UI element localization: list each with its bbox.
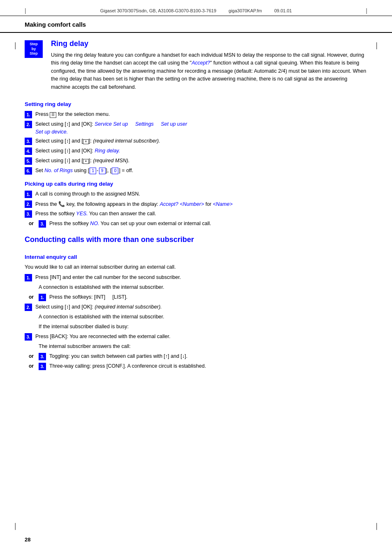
pickup-step-2: 2. Press the 📞 key, the following appear… (25, 200, 367, 208)
num-1-box: 1 (90, 168, 96, 174)
header: | Gigaset 3070/3075isdn, GB, A31008-G307… (0, 0, 392, 16)
internal-or-text-3a: Toggling: you can switch between call pa… (49, 352, 367, 360)
internal-enquiry-heading: Internal enquiry call (25, 254, 367, 260)
internal-step-text-2: Select using [↕] and [OK]: (required int… (35, 303, 367, 311)
file-info: Gigaset 3070/3075isdn, GB, A31008-G3070-… (100, 8, 292, 13)
internal-step-2: 2. Select using [↕] and [OK]: (required … (25, 303, 367, 311)
pickup-or-step-3: or 3. Press the softkey NO. You can set … (25, 220, 367, 228)
setup-device-link: Set up device. (35, 129, 68, 135)
pickup-heading: Picking up calls during ring delay (25, 181, 367, 187)
or-label-3: or (25, 353, 34, 359)
pickup-step-num-1: 1. (25, 191, 32, 198)
name-link: <Name> (213, 201, 233, 207)
internal-step-text-3: Press [BACK]: You are reconnected with t… (35, 333, 367, 341)
connection-line-1: A connection is established with the int… (25, 283, 367, 292)
step-6: 6. Set No. of Rings using [1-9], [0] = o… (25, 167, 367, 175)
step-text-1: Press ☰ for the selection menu. (35, 111, 367, 118)
internal-or-text-1: Press the softkeys: [INT] [LIST]. (49, 293, 367, 301)
setting-steps: 1. Press ☰ for the selection menu. 2. Se… (25, 111, 367, 175)
or-label-2: or (25, 294, 34, 300)
required-internal-text: (required internal subscriber). (95, 304, 162, 310)
internal-step-1: 1. Press [INT] and enter the call number… (25, 274, 367, 282)
left-vmark-bottom: | (14, 522, 16, 530)
pickup-or-step-num-3: 3. (39, 220, 46, 228)
file3: 09.01.01 (274, 8, 292, 13)
right-vmark-top: | (376, 41, 378, 50)
menu-key-icon: ☰ (50, 112, 56, 118)
conducting-calls-heading: Conducting calls with more than one subs… (25, 235, 367, 244)
internal-steps: 1. Press [INT] and enter the call number… (25, 274, 367, 371)
step-num-6: 6. (25, 167, 32, 175)
yes-link: YES. (76, 211, 88, 216)
num-0-box: 0 (112, 168, 118, 174)
setting-ring-delay-heading: Setting ring delay (25, 101, 367, 107)
or-label-4: or (25, 363, 34, 369)
phone-icon: 📞 (58, 201, 65, 207)
step-text-6: Set No. of Rings using [1-9], [0] = off. (35, 167, 367, 175)
right-vmark-bottom: | (376, 522, 378, 530)
internal-step-text-1: Press [INT] and enter the call number fo… (35, 274, 367, 281)
internal-or-text-3b: Three-way calling: press [CONF.]. A conf… (49, 362, 367, 370)
step-num-5: 5. (25, 157, 32, 165)
step-1: 1. Press ☰ for the selection menu. (25, 111, 367, 119)
internal-enquiry-intro: You would like to call an internal subsc… (25, 263, 367, 271)
step-5: 5. Select using [↕] and [≡]: (required M… (25, 157, 367, 165)
step-num-3: 3. (25, 138, 32, 145)
pickup-step-text-3: Press the softkey YES. You can then answ… (35, 210, 367, 218)
internal-step-num-2: 2. (25, 304, 32, 311)
no-of-rings-link: No. of Rings (44, 168, 73, 173)
num-9-box: 9 (99, 168, 106, 174)
step-badge: Step by Step (25, 40, 43, 58)
pickup-step-text-1: A call is coming through to the assigned… (35, 190, 367, 198)
step-2: 2. Select using [↕] and [OK]: Service Se… (25, 120, 367, 136)
list-key-icon-2: ≡ (83, 159, 89, 164)
pickup-step-num-2: 2. (25, 200, 32, 208)
internal-or-num-1: 1. (39, 294, 46, 301)
step-num-4: 4. (25, 147, 32, 155)
internal-or-num-3a: 3. (39, 353, 46, 360)
or-label-1: or (25, 221, 34, 226)
internal-step-num-3: 3. (25, 333, 32, 341)
ring-delay-intro: Using the ring delay feature you can con… (51, 51, 367, 91)
step-4: 4. Select using [↕] and [OK]: Ring delay… (25, 147, 367, 155)
internal-step-num-1: 1. (25, 274, 32, 281)
step-text-4: Select using [↕] and [OK]: Ring delay. (35, 147, 367, 155)
setup-user-link: Set up user (161, 121, 187, 127)
connection-text-1: A connection is established with the int… (39, 283, 367, 291)
step-num-2: 2. (25, 121, 32, 128)
answer-line: The internal subscriber answers the call… (25, 343, 367, 351)
connection-text-2: A connection is established with the int… (39, 313, 367, 321)
pickup-steps: 1. A call is coming through to the assig… (25, 190, 367, 228)
page-container: | | | | | Gigaset 3070/3075isdn, GB, A31… (0, 0, 392, 555)
step-num-1: 1. (25, 111, 32, 118)
busy-line: If the internal subscriber dialled is bu… (25, 323, 367, 331)
internal-or-num-3b: 3. (39, 363, 46, 370)
intro-row: Step by Step Ring delay Using the ring d… (25, 39, 367, 91)
pickup-step-3: 3. Press the softkey YES. You can then a… (25, 210, 367, 218)
step-3: 3. Select using [↕] and [≡]: (required i… (25, 137, 367, 145)
required-sub-text: (required internal subscriber). (93, 138, 160, 144)
intro-content: Ring delay Using the ring delay feature … (51, 39, 367, 91)
ring-delay-link: Ring delay. (95, 148, 120, 154)
step-text-3: Select using [↕] and [≡]: (required inte… (35, 137, 367, 145)
content-area: Step by Step Ring delay Using the ring d… (0, 39, 392, 371)
arrow-icon: ↕ (66, 121, 69, 127)
no-link: NO. (90, 221, 99, 226)
pickup-step-text-2: Press the 📞 key, the following appears i… (35, 200, 367, 208)
internal-step-3: 3. Press [BACK]: You are reconnected wit… (25, 333, 367, 341)
footer: 28 (25, 537, 367, 543)
section-title: Making comfort calls (0, 16, 392, 33)
header-right-mark: | (366, 7, 367, 14)
internal-or-step-3b: or 3. Three-way calling: press [CONF.]. … (25, 362, 367, 371)
accept-number-link: Accept? <Number> (160, 201, 204, 207)
file1: Gigaset 3070/3075isdn, GB, A31008-G3070-… (100, 8, 217, 13)
busy-text: If the internal subscriber dialled is bu… (39, 323, 367, 331)
accept-link: Accept? (191, 60, 210, 66)
required-msn-text: (required MSN). (93, 158, 129, 164)
pickup-step-1: 1. A call is coming through to the assig… (25, 190, 367, 198)
file2: giga3070KAP.fm (228, 8, 262, 13)
answer-text: The internal subscriber answers the call… (39, 343, 367, 350)
internal-or-step-1: or 1. Press the softkeys: [INT] [LIST]. (25, 293, 367, 302)
page-number: 28 (25, 537, 30, 543)
header-left-mark: | (25, 7, 26, 14)
